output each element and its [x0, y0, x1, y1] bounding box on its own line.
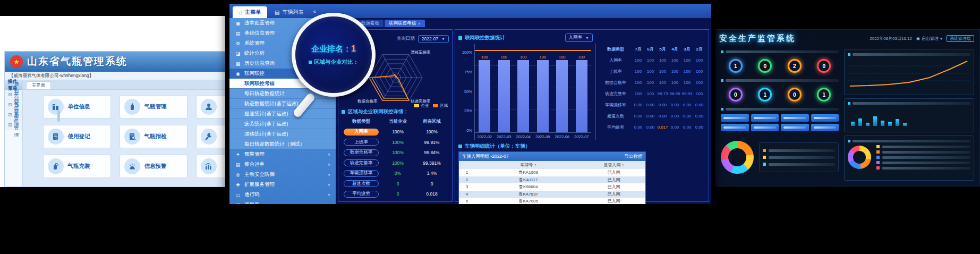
col-plate[interactable]: 车牌号 ↕ — [475, 162, 582, 168]
role-badge[interactable]: 系统管理端 — [947, 35, 974, 42]
expand-icon[interactable]: ⊞ — [8, 92, 12, 97]
expand-icon[interactable]: ⊞ — [8, 122, 12, 128]
table-row[interactable]: 5鲁KA7005已入网 — [459, 198, 645, 204]
tile-使用登记[interactable]: 使用登记 — [43, 125, 111, 148]
tile-clipped[interactable] — [196, 125, 227, 148]
sidebar-item-资料库[interactable]: ▥资料库∨ — [229, 200, 336, 204]
legend-item — [876, 161, 970, 164]
action-button[interactable] — [751, 114, 779, 122]
menu-icon: ▣ — [235, 21, 241, 26]
metric-pill-数据合格率[interactable]: 数据合格率 — [344, 149, 379, 156]
sidebar-subitem-超速统计(基于运政)[interactable]: 超速统计(基于运政) — [229, 109, 336, 119]
month-grid-header: 3月 — [681, 46, 693, 52]
sidebar-item-整合运单[interactable]: ▤整合运单∨ — [229, 159, 336, 170]
export-button[interactable]: 导出数据 — [624, 154, 642, 160]
safety-title: 安全生产监管系统 — [719, 33, 796, 44]
sidebar-item-基础信息[interactable]: ⊞基础信息 — [5, 100, 22, 110]
gridline — [475, 88, 591, 88]
action-button[interactable] — [751, 124, 779, 131]
expand-icon[interactable]: ⊞ — [8, 112, 12, 117]
menu-icon: ▦ — [235, 61, 241, 66]
bullet-icon — [309, 61, 312, 64]
alarm-donut-chart — [721, 141, 754, 174]
metric-pill-轨迹完整率[interactable]: 轨迹完整率 — [344, 159, 379, 166]
alert-icon — [124, 158, 140, 174]
company-value: 100% — [381, 140, 415, 145]
table-row[interactable]: 2鲁KA1117已入网 — [459, 176, 645, 184]
bar — [537, 60, 549, 132]
metric-select[interactable]: 入网率▼ — [565, 33, 593, 42]
page-tab-assessment[interactable]: 联网联控考核 × — [385, 20, 425, 27]
metric-pill-车辆漂移率[interactable]: 车辆漂移率 — [344, 170, 379, 177]
tile-气瓶管理[interactable]: 气瓶管理 — [120, 95, 188, 118]
bar-group: 100 — [517, 44, 529, 132]
tile-信息预警[interactable]: 信息预警 — [120, 155, 188, 178]
close-icon[interactable]: × — [418, 21, 421, 26]
chevron-down-icon: ▼ — [441, 37, 445, 41]
action-button[interactable] — [721, 124, 749, 131]
action-button[interactable] — [811, 124, 839, 131]
network-stats-panel: 联网联控数据统计 入网率▼ 100%75%50%25%0% — [455, 29, 709, 202]
month-grid-value: 100 — [669, 58, 681, 63]
user-menu[interactable]: ◉ 启山管理 ▾ — [916, 36, 942, 41]
action-button[interactable] — [811, 114, 839, 122]
action-button[interactable] — [781, 124, 809, 131]
nav-tab-vehicle-list[interactable]: ▤ 车辆列表 — [268, 6, 310, 18]
bar-group: 100 — [576, 44, 587, 132]
table-row[interactable]: 1鲁KA1909已入网 — [459, 169, 645, 176]
expand-icon[interactable]: ⊞ — [8, 102, 12, 107]
bar-value-label: 100 — [559, 55, 566, 60]
nav-tab-main-menu[interactable]: ⌂ 主菜单 — [233, 6, 267, 18]
chevron-down-icon: ∨ — [328, 203, 330, 205]
sidebar-item-扩展服务管理[interactable]: ✚扩展服务管理∨ — [229, 180, 336, 190]
cell-status: 已入网 — [582, 198, 645, 204]
col-status[interactable]: 是否入网 ↕ — [582, 162, 645, 168]
sidebar-item-主动安全防御[interactable]: ◎主动安全防御∨ — [229, 170, 336, 180]
sidebar-subitem-轨迹数据统计(基于运政)[interactable]: 轨迹数据统计(基于运政) — [229, 99, 336, 109]
left-app-sidebar: 操作菜单 ⊞通知公告⊞基础信息⊞气瓶管理⊞系统管理 — [5, 80, 23, 187]
bar-group: 100 — [537, 44, 549, 132]
x-tick-label: 2022-02 — [477, 134, 492, 139]
sidebar-item-气瓶管理[interactable]: ⊞气瓶管理 — [5, 110, 22, 120]
menu-title: 操作菜单 — [5, 80, 22, 90]
metric-pill-上线率[interactable]: 上线率 — [344, 139, 379, 146]
tile-气瓶充装[interactable]: 气瓶充装 — [43, 155, 111, 178]
month-grid-value: 100 — [657, 69, 669, 74]
query-date-label: 查询日期 — [397, 36, 415, 42]
menu-icon: ▤ — [235, 31, 241, 36]
stat-circle: 2 — [788, 59, 802, 73]
tile-气瓶报检[interactable]: 气瓶报检 — [120, 125, 188, 148]
bar-value-label: 100 — [520, 55, 527, 60]
detail-header: 当前企业 — [381, 118, 415, 125]
mini-bar — [881, 121, 884, 126]
tile-单位信息[interactable]: 单位信息 — [43, 95, 111, 118]
metric-pill-入网率[interactable]: 入网率 — [344, 129, 379, 136]
sidebar-item-系统管理[interactable]: ⊞系统管理 — [5, 120, 22, 130]
national-emblem-icon: ★ — [10, 55, 23, 68]
sidebar-collapse-handle[interactable] — [57, 110, 60, 122]
stat-circle: 0 — [788, 88, 802, 101]
sidebar-item-label: 轨迹数据统计(基于运政) — [244, 100, 330, 107]
sidebar-item-通行码[interactable]: ▭通行码∨ — [229, 190, 336, 200]
chevron-down-icon: ∨ — [328, 173, 330, 177]
collapse-arrow-icon[interactable]: « — [313, 9, 317, 14]
action-button[interactable] — [721, 114, 749, 122]
tile-clipped[interactable] — [196, 95, 227, 118]
table-row[interactable]: 4鲁KA7637已入网 — [459, 191, 645, 198]
mini-bar — [888, 122, 892, 126]
metric-pill-平均疲劳[interactable]: 平均疲劳 — [344, 191, 379, 198]
bullet-icon — [721, 79, 723, 82]
tab-main-view[interactable]: 主界面 — [26, 81, 52, 89]
action-button[interactable] — [781, 114, 809, 122]
sidebar-item-预警管理[interactable]: ✦预警管理∨ — [229, 149, 336, 159]
sidebar-subitem-疲劳统计(基于运政)[interactable]: 疲劳统计(基于运政) — [229, 119, 336, 129]
tile-clipped[interactable] — [196, 155, 227, 178]
table-row[interactable]: 3鲁K96604已入网 — [459, 183, 645, 191]
sidebar-subitem-漂移统计(基于运政)[interactable]: 漂移统计(基于运政) — [229, 129, 336, 139]
sidebar-subitem-每日轨迹数据统计（测试）[interactable]: 每日轨迹数据统计（测试） — [229, 139, 336, 149]
query-date-select[interactable]: 2022-07▼ — [418, 35, 449, 43]
menu-icon: ◪ — [235, 51, 241, 56]
legend-item — [763, 149, 835, 152]
cell-plate: 鲁KA1909 — [475, 170, 582, 175]
metric-pill-超速次数[interactable]: 超速次数 — [344, 180, 379, 187]
